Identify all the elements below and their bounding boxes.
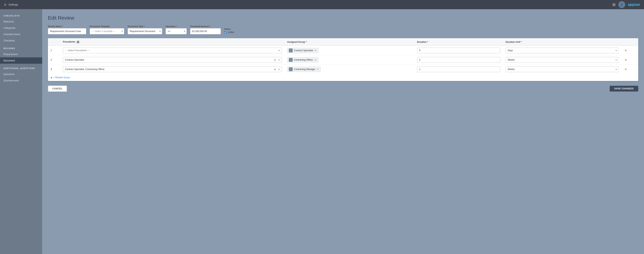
col-duration-header: Duration * xyxy=(414,38,503,46)
row-num-1: 1 xyxy=(48,46,60,55)
add-group-label: + Review Group xyxy=(53,76,70,79)
gear-icon: ⚙ xyxy=(4,3,6,7)
operation-select[interactable]: >= xyxy=(166,28,187,34)
review-name-input[interactable] xyxy=(48,28,86,34)
document-type-select[interactable]: Requirements Document xyxy=(128,28,162,34)
col-num-header xyxy=(48,38,60,46)
appian-logo: appian xyxy=(628,3,640,7)
table-row: 1 ▾ Contract S xyxy=(48,46,638,55)
row-1-unit-cell: Days Weeks Months xyxy=(503,46,621,55)
row-3-precedents-cell: ⊗ ▾ xyxy=(60,65,284,74)
sidebar: CHECKLISTS Welcome Categories Checklist … xyxy=(0,9,42,254)
row-3-duration-input[interactable] xyxy=(417,66,500,72)
row-3-group-remove[interactable]: ✕ xyxy=(317,68,319,71)
row-1-group-tag: Contract Specialist ✕ xyxy=(287,48,318,53)
save-changes-button[interactable]: SAVE CHANGES xyxy=(610,86,638,92)
row-3-dropdown-btn[interactable]: ▾ xyxy=(277,67,281,71)
row-3-precedent-wrapper: ⊗ ▾ xyxy=(63,66,282,72)
sidebar-item-checklists[interactable]: Checklists xyxy=(0,37,42,44)
status-checkbox-row: Active xyxy=(224,31,234,34)
sidebar-item-questionnaire[interactable]: Questionnaire xyxy=(0,77,42,84)
row-3-unit-select[interactable]: Days Weeks Months xyxy=(506,66,618,72)
sidebar-item-welcome[interactable]: Welcome xyxy=(0,19,42,25)
row-2-group-name: Contracting Officer xyxy=(294,59,313,61)
row-2-delete-cell: ✕ xyxy=(621,55,638,65)
row-3-duration-cell xyxy=(414,65,503,74)
review-table-panel: Precedents i Assigned Group * Duration *… xyxy=(48,38,638,81)
row-1-assigned-cell: Contract Specialist ✕ xyxy=(284,46,414,55)
row-1-precedent-input[interactable] xyxy=(63,48,282,53)
operation-select-wrapper: >= xyxy=(166,28,187,34)
edit-review-form: Review Name * Document Template --- Sele… xyxy=(48,25,638,34)
operation-group: Operation * >= xyxy=(166,25,187,34)
row-2-precedent-wrapper: ⊗ ▾ xyxy=(63,57,282,63)
document-template-select[interactable]: --- Select a template --- xyxy=(90,28,124,34)
sidebar-item-document[interactable]: Document xyxy=(0,57,42,64)
row-1-unit-select[interactable]: Days Weeks Months xyxy=(506,48,618,53)
document-type-select-wrapper: Requirements Document xyxy=(128,28,162,34)
row-2-assigned-cell: Contracting Officer ✕ xyxy=(284,55,414,65)
row-2-unit-select[interactable]: Days Weeks Months xyxy=(506,57,618,63)
row-2-group-tag: Contracting Officer ✕ xyxy=(287,57,318,63)
row-3-precedent-input[interactable] xyxy=(63,66,282,72)
precedents-info-icon[interactable]: i xyxy=(77,41,79,43)
document-type-label: Document Type * xyxy=(128,25,162,28)
cancel-button[interactable]: CANCEL xyxy=(48,86,67,92)
row-2-clear-btn[interactable]: ⊗ xyxy=(273,58,277,62)
row-3-unit-wrapper: Days Weeks Months xyxy=(506,66,618,72)
row-3-delete-btn[interactable]: ✕ xyxy=(624,68,628,71)
grid-icon[interactable]: ⊞ xyxy=(612,2,616,7)
threshold-amount-input[interactable] xyxy=(190,28,221,34)
status-label: Status xyxy=(224,28,234,30)
document-type-group: Document Type * Requirements Document xyxy=(128,25,162,34)
row-1-dropdown-btn[interactable]: ▾ xyxy=(277,49,281,52)
threshold-amount-label: Threshold Amount * xyxy=(190,25,221,28)
review-name-label: Review Name * xyxy=(48,25,86,28)
row-3-precedent-controls: ⊗ ▾ xyxy=(273,67,281,71)
row-2-group-avatar xyxy=(289,58,293,62)
row-1-duration-cell xyxy=(414,46,503,55)
row-1-group-remove[interactable]: ✕ xyxy=(314,49,317,52)
row-1-precedents-cell: ▾ xyxy=(60,46,284,55)
add-group-plus-icon: ● xyxy=(50,76,52,79)
row-3-assigned-cell: Contracting Manager ✕ xyxy=(284,65,414,74)
row-2-unit-cell: Days Weeks Months xyxy=(503,55,621,65)
row-1-unit-wrapper: Days Weeks Months xyxy=(506,48,618,53)
col-unit-header: Duration Unit * xyxy=(503,38,621,46)
row-1-delete-btn[interactable]: ✕ xyxy=(624,49,628,52)
sidebar-section-checklists: CHECKLISTS xyxy=(0,11,42,19)
review-name-group: Review Name * xyxy=(48,25,86,34)
row-1-group-avatar xyxy=(289,49,293,52)
col-assigned-header: Assigned Group * xyxy=(284,38,414,46)
row-2-delete-btn[interactable]: ✕ xyxy=(624,58,628,62)
sidebar-item-requirement[interactable]: Requirement xyxy=(0,51,42,57)
row-3-clear-btn[interactable]: ⊗ xyxy=(273,67,277,71)
threshold-amount-group: Threshold Amount * xyxy=(190,25,221,34)
avatar[interactable]: 👤 xyxy=(618,1,625,8)
table-header-row: Precedents i Assigned Group * Duration *… xyxy=(48,38,638,46)
sidebar-item-categories[interactable]: Categories xyxy=(0,25,42,31)
document-template-select-wrapper: --- Select a template --- xyxy=(90,28,124,34)
page-title: Edit Review xyxy=(48,15,638,21)
status-checkbox[interactable] xyxy=(224,31,227,34)
row-2-unit-wrapper: Days Weeks Months xyxy=(506,57,618,63)
row-2-dropdown-btn[interactable]: ▾ xyxy=(277,58,281,62)
row-2-duration-cell xyxy=(414,55,503,65)
add-review-group-link[interactable]: ● + Review Group xyxy=(48,74,72,81)
document-template-group: Document Template --- Select a template … xyxy=(90,25,124,34)
row-2-group-remove[interactable]: ✕ xyxy=(314,59,317,61)
sidebar-item-questions[interactable]: Questions xyxy=(0,71,42,77)
review-table: Precedents i Assigned Group * Duration *… xyxy=(48,38,638,74)
bottom-bar: CANCEL SAVE CHANGES xyxy=(48,86,638,92)
col-precedents-header: Precedents i xyxy=(60,38,284,46)
table-row: 2 ⊗ ▾ xyxy=(48,55,638,65)
topnav-left: ⚙ Settings xyxy=(4,3,18,7)
layout: CHECKLISTS Welcome Categories Checklist … xyxy=(0,9,644,254)
row-1-precedent-controls: ▾ xyxy=(277,49,281,52)
sidebar-item-checklist-items[interactable]: Checklist Items xyxy=(0,31,42,37)
row-2-precedent-input[interactable] xyxy=(63,57,282,63)
row-2-duration-input[interactable] xyxy=(417,57,500,63)
row-1-group-name: Contract Specialist xyxy=(294,49,313,52)
sidebar-section-reviews: REVIEWS xyxy=(0,44,42,51)
row-1-duration-input[interactable] xyxy=(417,48,500,53)
